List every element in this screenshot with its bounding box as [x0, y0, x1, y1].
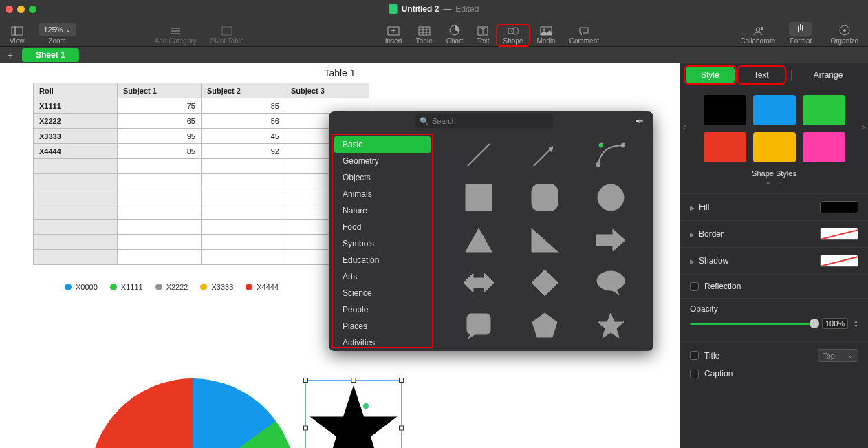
table-cell[interactable]: X4444	[34, 144, 118, 159]
style-swatch[interactable]	[704, 95, 746, 125]
shape-speech-bubble[interactable]	[596, 270, 626, 299]
resize-handle[interactable]	[351, 378, 356, 383]
col-header[interactable]: Subject 1	[118, 83, 202, 98]
shadow-row[interactable]: ▶Shadow	[680, 247, 868, 274]
table-cell[interactable]	[118, 174, 202, 189]
table-cell[interactable]: 56	[202, 114, 285, 129]
slider-thumb[interactable]	[810, 319, 819, 328]
shape-category[interactable]: Geometry	[334, 153, 431, 169]
page-dots[interactable]: ● ○	[680, 179, 868, 186]
shape-category[interactable]: Symbols	[334, 235, 431, 252]
table-cell[interactable]	[34, 189, 118, 204]
resize-handle[interactable]	[399, 426, 404, 431]
col-header[interactable]: Subject 2	[202, 83, 285, 98]
comment-button[interactable]: Comment	[564, 26, 605, 45]
shape-right-triangle[interactable]	[530, 227, 559, 256]
chart-button[interactable]: Chart	[441, 25, 468, 45]
shape-category[interactable]: Education	[334, 252, 431, 268]
caption-checkbox[interactable]	[690, 370, 699, 378]
view-button[interactable]: View	[4, 26, 30, 45]
zoom-control[interactable]: 125%⌄ Zoom	[33, 23, 82, 45]
shape-circle[interactable]	[596, 183, 625, 215]
table-cell[interactable]: 85	[118, 144, 202, 159]
table-cell[interactable]	[118, 189, 202, 204]
shape-diamond[interactable]	[530, 268, 559, 300]
table-cell[interactable]	[34, 174, 118, 189]
shape-category[interactable]: Places	[334, 318, 431, 334]
shape-star[interactable]	[596, 311, 625, 343]
text-button[interactable]: T Text	[471, 26, 495, 45]
style-swatch[interactable]	[704, 132, 746, 162]
table-cell[interactable]	[202, 220, 285, 235]
shadow-color-well[interactable]	[820, 255, 858, 267]
opacity-value-field[interactable]: 100%	[822, 318, 848, 329]
shape-category[interactable]: Activities	[334, 334, 431, 348]
table-cell[interactable]	[118, 250, 202, 265]
table-cell[interactable]	[202, 235, 285, 250]
disclosure-icon[interactable]: ▶	[690, 204, 695, 211]
style-swatch[interactable]	[803, 132, 845, 162]
table-cell[interactable]	[202, 174, 285, 189]
resize-handle[interactable]	[303, 378, 308, 383]
rotation-handle[interactable]	[363, 403, 369, 409]
stepper[interactable]: ▲▼	[854, 319, 858, 328]
fill-row[interactable]: ▶Fill	[680, 193, 868, 220]
shape-button[interactable]: Shape	[498, 26, 529, 45]
border-color-well[interactable]	[820, 228, 858, 240]
fullscreen-icon[interactable]	[29, 6, 36, 13]
add-category-button[interactable]: Add Category	[149, 26, 202, 45]
close-icon[interactable]	[6, 6, 13, 13]
table-cell[interactable]	[34, 250, 118, 265]
shape-arrow-line[interactable]	[530, 140, 560, 173]
table-cell[interactable]: 45	[202, 129, 285, 144]
shape-callout-square[interactable]	[464, 311, 493, 343]
prev-styles-icon[interactable]: ‹	[683, 121, 686, 132]
shape-search-input[interactable]: 🔍 Search	[415, 114, 553, 128]
pie-chart[interactable]: 15% 20% 23%	[89, 378, 296, 448]
shape-triangle[interactable]	[464, 227, 493, 256]
inspector-tab-style[interactable]: Style	[686, 67, 735, 83]
table-cell[interactable]: 75	[118, 98, 202, 114]
resize-handle[interactable]	[399, 378, 404, 383]
table-cell[interactable]	[202, 250, 285, 265]
table-cell[interactable]	[202, 204, 285, 220]
shape-category[interactable]: Science	[334, 285, 431, 301]
style-swatch[interactable]	[803, 95, 845, 125]
table-button[interactable]: Table	[411, 26, 438, 45]
table-cell[interactable]	[34, 159, 118, 174]
add-sheet-button[interactable]: +	[4, 49, 17, 61]
pivot-table-button[interactable]: Pivot Table	[205, 26, 250, 45]
reflection-checkbox[interactable]	[690, 282, 699, 291]
table-cell[interactable]	[34, 204, 118, 220]
insert-button[interactable]: + Insert	[380, 26, 408, 45]
table-cell[interactable]	[118, 220, 202, 235]
canvas[interactable]: Table 1 Roll Subject 1 Subject 2 Subject…	[0, 63, 680, 448]
shape-pentagon[interactable]	[530, 311, 559, 343]
table-cell[interactable]	[34, 235, 118, 250]
shape-category[interactable]: Animals	[334, 186, 431, 202]
shape-category[interactable]: Arts	[334, 268, 431, 285]
table-cell[interactable]: 92	[202, 144, 285, 159]
shape-category[interactable]: Food	[334, 219, 431, 235]
table-cell[interactable]	[118, 204, 202, 220]
table-cell[interactable]	[118, 235, 202, 250]
shape-category[interactable]: Objects	[334, 169, 431, 186]
format-button[interactable]: Format	[783, 22, 818, 45]
shape-square[interactable]	[464, 183, 493, 215]
selected-shape[interactable]	[305, 380, 402, 448]
shape-category[interactable]: People	[334, 301, 431, 318]
shape-category[interactable]: Basic	[334, 136, 431, 153]
shape-line[interactable]	[464, 140, 494, 173]
fill-color-well[interactable]	[820, 201, 858, 213]
disclosure-icon[interactable]: ▶	[690, 258, 695, 265]
table-cell[interactable]	[118, 159, 202, 174]
shape-double-arrow[interactable]	[462, 270, 495, 298]
shape-rounded-square[interactable]	[530, 183, 559, 215]
table-cell[interactable]	[202, 159, 285, 174]
disclosure-icon[interactable]: ▶	[690, 231, 695, 238]
title-position-select[interactable]: Top	[818, 349, 858, 362]
opacity-slider[interactable]	[690, 323, 816, 325]
table-cell[interactable]: 65	[118, 114, 202, 129]
collaborate-button[interactable]: Collaborate	[735, 26, 781, 45]
minimize-icon[interactable]	[17, 6, 25, 13]
